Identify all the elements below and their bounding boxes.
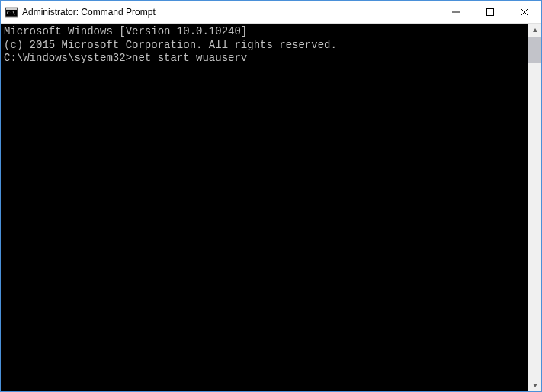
command-prompt-window: C:\ Administrator: Command Prompt Micros… [0, 0, 542, 392]
svg-marker-7 [533, 28, 537, 32]
scroll-up-button[interactable] [528, 24, 541, 37]
scroll-down-button[interactable] [528, 378, 541, 391]
maximize-button[interactable] [473, 1, 507, 23]
terminal-prompt: C:\Windows\system32> [4, 52, 132, 64]
terminal-line: (c) 2015 Microsoft Corporation. All righ… [4, 39, 525, 53]
close-button[interactable] [507, 1, 541, 23]
titlebar[interactable]: C:\ Administrator: Command Prompt [1, 1, 541, 24]
cmd-icon: C:\ [5, 6, 18, 18]
scroll-thumb[interactable] [528, 37, 541, 63]
window-controls [438, 1, 541, 23]
svg-rect-4 [486, 8, 493, 15]
vertical-scrollbar[interactable] [528, 24, 541, 391]
window-title: Administrator: Command Prompt [22, 7, 438, 18]
terminal-output[interactable]: Microsoft Windows [Version 10.0.10240](c… [1, 24, 528, 391]
terminal-command-input[interactable]: net start wuauserv [132, 52, 247, 64]
minimize-button[interactable] [438, 1, 473, 23]
scroll-track[interactable] [528, 37, 541, 378]
svg-text:C:\: C:\ [7, 10, 15, 15]
terminal-line: Microsoft Windows [Version 10.0.10240] [4, 25, 525, 39]
terminal-area: Microsoft Windows [Version 10.0.10240](c… [1, 24, 541, 391]
svg-marker-8 [533, 384, 537, 387]
